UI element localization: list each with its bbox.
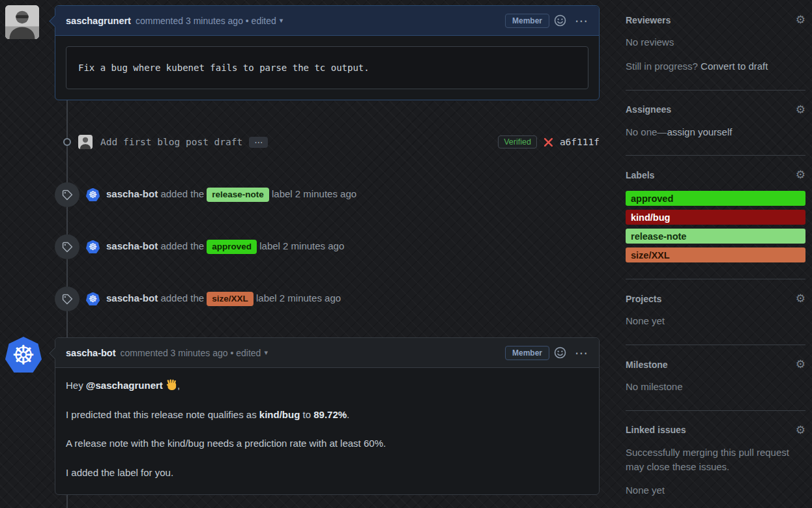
bubble-caret	[49, 347, 61, 359]
commit-message-link[interactable]: Add first blog post draft	[100, 137, 242, 147]
label-chip[interactable]: size/XXL	[207, 292, 254, 306]
comment-saschagrunert: saschagrunert commented 3 minutes ago • …	[55, 5, 600, 100]
member-badge: Member	[505, 14, 549, 28]
label-event: ☸ sascha-bot added the size/XXL label 2 …	[55, 287, 600, 311]
label-event: ☸ sascha-bot added the approved label 2 …	[55, 234, 600, 259]
k8s-wheel-icon: ☸	[89, 189, 97, 201]
event-author-link[interactable]: sascha-bot	[106, 240, 158, 251]
paragraph: Hey @saschagrunert ,	[66, 378, 588, 393]
assign-yourself-link[interactable]: assign yourself	[667, 126, 732, 137]
section-title: Linked issues	[626, 425, 686, 435]
text: Hey	[66, 380, 86, 391]
event-text: sascha-bot added the release-note label …	[106, 188, 356, 202]
event-text: sascha-bot added the approved label 2 mi…	[106, 240, 344, 254]
add-reaction-icon[interactable]	[554, 346, 566, 359]
text: .	[347, 409, 349, 420]
label-chip[interactable]: release-note	[207, 188, 269, 202]
commit-event: Add first blog post draft ⋯ Verified a6f…	[55, 133, 600, 151]
section-title: Reviewers	[626, 15, 671, 25]
sidebar-section-projects: Projects ⚙ None yet	[626, 293, 805, 328]
comment-body: Hey @saschagrunert , I predicted that th…	[55, 368, 599, 494]
comment-author-link[interactable]: sascha-bot	[66, 348, 116, 358]
divider	[626, 155, 805, 156]
commit-hash-link[interactable]: a6f111f	[560, 137, 600, 147]
event-suffix: label 2 minutes ago	[259, 240, 344, 251]
reviewers-empty-text: No reviews	[626, 35, 805, 49]
paragraph: I added the label for you.	[66, 466, 588, 481]
verified-badge[interactable]: Verified	[498, 135, 537, 148]
comment-sascha-bot: sascha-bot commented 3 minutes ago • edi…	[55, 337, 600, 495]
paragraph: A release note with the kind/bug needs a…	[66, 436, 588, 451]
section-title: Labels	[626, 170, 654, 180]
sascha-bot-avatar[interactable]: ☸	[5, 337, 42, 373]
edited-dropdown-caret-icon[interactable]: ▾	[264, 348, 268, 357]
text: ,	[177, 380, 180, 391]
milestone-empty-text: No milestone	[626, 380, 805, 394]
wave-hand-icon	[166, 379, 177, 391]
sidebar-section-assignees: Assignees ⚙ No one—assign yourself	[626, 104, 805, 139]
kebab-menu-icon[interactable]: ⋯	[575, 14, 588, 27]
comment-author-link[interactable]: saschagrunert	[66, 16, 131, 26]
linked-issues-desc: Successfully merging this pull request m…	[626, 445, 805, 474]
divider	[626, 410, 805, 411]
sidebar-label-release-note[interactable]: release-note	[626, 229, 805, 244]
sidebar-section-labels: Labels ⚙ approved kind/bug release-note …	[626, 169, 805, 262]
comment-header: sascha-bot commented 3 minutes ago • edi…	[55, 338, 599, 368]
convert-to-draft-link[interactable]: Convert to draft	[701, 61, 768, 72]
k8s-wheel-icon: ☸	[89, 293, 97, 305]
section-title: Projects	[626, 294, 661, 304]
mention-link[interactable]: @saschagrunert	[86, 380, 163, 391]
label-chip[interactable]: approved	[207, 240, 257, 254]
tag-icon	[55, 287, 80, 311]
gear-icon[interactable]: ⚙	[796, 104, 805, 115]
bold-text: 89.72%	[313, 409, 347, 420]
commit-more-button[interactable]: ⋯	[249, 137, 268, 148]
divider	[626, 279, 805, 279]
edited-dropdown-caret-icon[interactable]: ▾	[280, 16, 283, 25]
sidebar-label-approved[interactable]: approved	[626, 191, 805, 206]
kebab-menu-icon[interactable]: ⋯	[575, 346, 588, 360]
bubble-caret	[49, 15, 61, 27]
gear-icon[interactable]: ⚙	[796, 293, 805, 304]
divider	[626, 90, 805, 91]
sascha-bot-avatar-small[interactable]: ☸	[86, 188, 100, 202]
bold-text: kind/bug	[259, 409, 300, 420]
sidebar-label-size-xxl[interactable]: size/XXL	[626, 247, 805, 262]
portrait-photo	[5, 5, 39, 39]
pr-conversation-page: ☸ saschagrunert commented 3 minutes ago …	[0, 0, 812, 508]
gear-icon[interactable]: ⚙	[796, 169, 805, 180]
paragraph: I predicted that this release note quali…	[66, 408, 588, 423]
timeline: saschagrunert commented 3 minutes ago • …	[55, 5, 600, 495]
check-failed-x-icon[interactable]	[544, 137, 553, 147]
gear-icon[interactable]: ⚙	[796, 359, 805, 370]
member-badge: Member	[505, 346, 549, 360]
sidebar-label-kind-bug[interactable]: kind/bug	[626, 210, 805, 225]
sascha-bot-avatar-small[interactable]: ☸	[86, 240, 100, 254]
code-text: Fix a bug where kubenet fails to parse t…	[78, 63, 370, 73]
comment-header: saschagrunert commented 3 minutes ago • …	[55, 6, 599, 36]
event-action: added the	[160, 188, 204, 199]
saschagrunert-avatar[interactable]	[5, 5, 39, 39]
event-author-link[interactable]: sascha-bot	[106, 292, 158, 303]
commit-dot-icon	[63, 137, 72, 147]
event-suffix: label 2 minutes ago	[272, 188, 356, 199]
sascha-bot-avatar-small[interactable]: ☸	[86, 292, 100, 306]
tag-icon	[55, 234, 80, 259]
comment-meta: commented 3 minutes ago • edited	[136, 16, 276, 26]
projects-empty-text: None yet	[626, 314, 805, 328]
assignees-empty-text: No one—	[626, 126, 667, 137]
tag-icon	[55, 182, 80, 207]
commit-author-avatar[interactable]	[78, 135, 93, 149]
draft-hint-text: Still in progress?	[626, 61, 698, 72]
event-suffix: label 2 minutes ago	[256, 292, 341, 303]
gear-icon[interactable]: ⚙	[796, 14, 805, 25]
event-author-link[interactable]: sascha-bot	[106, 188, 158, 199]
add-reaction-icon[interactable]	[554, 14, 566, 27]
label-event: ☸ sascha-bot added the release-note labe…	[55, 182, 600, 207]
section-title: Assignees	[626, 104, 671, 115]
linked-issues-empty-text: None yet	[626, 483, 805, 498]
section-title: Milestone	[626, 360, 668, 370]
sidebar-section-reviewers: Reviewers ⚙ No reviews Still in progress…	[626, 14, 805, 74]
comment-meta: commented 3 minutes ago • edited	[121, 348, 261, 358]
gear-icon[interactable]: ⚙	[796, 425, 805, 436]
